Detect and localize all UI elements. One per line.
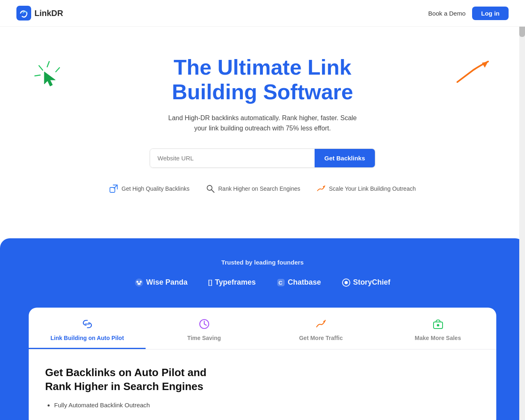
svg-point-13	[140, 281, 142, 283]
brand-typeframes: [] Typeframes	[208, 278, 256, 287]
sales-icon	[432, 318, 444, 330]
hero-deco-left	[33, 59, 66, 94]
search-bar: Get Backlinks	[150, 148, 375, 168]
svg-line-3	[35, 75, 40, 76]
tab-timesaving[interactable]: Time Saving	[146, 308, 262, 349]
tab-autopilot[interactable]: Link Building on Auto Pilot	[29, 308, 146, 349]
feature-pill-rank-label: Rank Higher on Search Engines	[218, 185, 300, 192]
svg-marker-5	[44, 72, 55, 86]
chatbase-icon: C	[276, 278, 285, 287]
tab-content-area: Get Backlinks on Auto Pilot and Rank Hig…	[29, 349, 496, 420]
brand-wise-panda: Wise Panda	[135, 278, 187, 287]
tab-timesaving-icon-wrap	[197, 317, 212, 331]
wise-panda-icon	[135, 278, 144, 287]
feature-pill-rank: Rank Higher on Search Engines	[206, 184, 300, 193]
bullet-item: Fully Automated Backlink Outreach	[54, 402, 480, 409]
tab-sales-label: Make More Sales	[415, 335, 461, 341]
tabs-nav: Link Building on Auto Pilot Time Saving	[29, 308, 496, 349]
tabs-card: Link Building on Auto Pilot Time Saving	[29, 308, 496, 420]
login-button[interactable]: Log in	[472, 7, 509, 20]
tab-traffic[interactable]: Get More Traffic	[262, 308, 379, 349]
svg-point-18	[345, 281, 348, 284]
feature-pills: Get High Quality Backlinks Rank Higher o…	[8, 184, 517, 193]
svg-point-8	[207, 185, 212, 190]
svg-point-12	[137, 281, 139, 283]
svg-rect-0	[16, 6, 31, 21]
trusted-section: Trusted by leading founders Wise Panda […	[0, 238, 525, 420]
feature-pill-backlinks-label: Get High Quality Backlinks	[121, 185, 189, 192]
navbar: LinkDR Book a Demo Log in	[0, 0, 525, 27]
brand-chatbase: C Chatbase	[276, 278, 321, 287]
scrollbar[interactable]	[519, 0, 525, 420]
hero-title: The Ultimate Link Building Software	[139, 55, 386, 105]
nav-right: Book a Demo Log in	[428, 7, 509, 20]
hero-section: The Ultimate Link Building Software Land…	[0, 27, 525, 214]
svg-text:C: C	[278, 280, 283, 286]
svg-line-2	[39, 66, 43, 70]
tab-autopilot-label: Link Building on Auto Pilot	[50, 335, 124, 341]
traffic-icon	[315, 318, 327, 330]
tab-traffic-icon-wrap	[314, 317, 329, 331]
search-icon	[206, 184, 215, 193]
tab-timesaving-label: Time Saving	[187, 335, 221, 341]
tab-traffic-label: Get More Traffic	[299, 335, 343, 341]
url-input[interactable]	[150, 149, 315, 167]
feature-pill-backlinks: Get High Quality Backlinks	[109, 184, 189, 193]
external-link-icon	[109, 184, 118, 193]
hero-deco-right	[455, 59, 492, 90]
brand-storychief: StoryChief	[342, 278, 390, 287]
clock-icon	[198, 318, 210, 330]
get-backlinks-button[interactable]: Get Backlinks	[315, 149, 375, 167]
tab-sales[interactable]: Make More Sales	[379, 308, 496, 349]
tab-content-bullets: Fully Automated Backlink Outreach	[45, 402, 480, 409]
logo-icon	[16, 6, 31, 21]
svg-line-9	[212, 190, 214, 192]
tab-content-title: Get Backlinks on Auto Pilot and Rank Hig…	[45, 366, 226, 394]
link-icon	[81, 318, 94, 330]
logo-text: LinkDR	[34, 9, 63, 18]
book-demo-button[interactable]: Book a Demo	[428, 10, 466, 17]
logo[interactable]: LinkDR	[16, 6, 63, 21]
feature-pill-scale-label: Scale Your Link Building Outreach	[329, 185, 416, 192]
trend-up-icon	[317, 184, 326, 193]
hero-subtitle: Land High-DR backlinks automatically. Ra…	[164, 113, 361, 134]
trusted-label: Trusted by leading founders	[25, 259, 500, 266]
feature-pill-scale: Scale Your Link Building Outreach	[317, 184, 416, 193]
tab-sales-icon-wrap	[431, 317, 445, 331]
svg-point-25	[437, 324, 439, 326]
brand-logos: Wise Panda [] Typeframes C Chatbase Stor…	[25, 278, 500, 287]
svg-line-22	[204, 324, 206, 325]
tab-autopilot-icon-wrap	[80, 317, 95, 331]
storychief-icon	[342, 278, 351, 287]
svg-point-14	[137, 283, 141, 285]
svg-point-11	[135, 278, 143, 287]
svg-line-1	[47, 62, 49, 67]
svg-line-4	[56, 68, 59, 72]
